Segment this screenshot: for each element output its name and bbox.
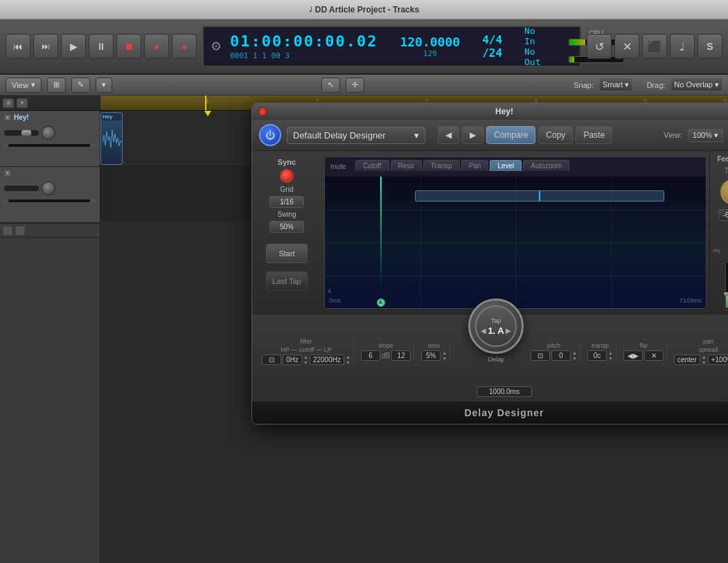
toolbar-icon3[interactable]: ▾ <box>96 78 112 93</box>
preset-selector[interactable]: Default Delay Designer ▾ <box>287 127 425 144</box>
pitch-up[interactable]: ▲ <box>572 350 577 355</box>
pitch-value[interactable]: 0 <box>551 350 571 361</box>
metronome-button[interactable]: ♩ <box>670 34 695 59</box>
tap-prev[interactable]: ◀ <box>481 327 486 334</box>
cutoff-up[interactable]: ▲ <box>346 355 350 359</box>
compare-button[interactable]: Compare <box>486 126 535 144</box>
cpu-fill <box>569 39 585 45</box>
transp-value[interactable]: 0c <box>587 350 607 361</box>
paste-button[interactable]: Paste <box>576 126 612 144</box>
tab-reso[interactable]: Reso <box>391 160 422 171</box>
track-1-header: ▾ Hey! L R <box>0 111 100 167</box>
transp-up[interactable]: ▲ <box>608 350 613 355</box>
audio-clip-1[interactable]: Hey <box>100 112 123 165</box>
flip-btn-l[interactable]: ◀▶ <box>623 350 643 361</box>
swing-value[interactable]: 50% <box>269 221 304 233</box>
track-fold-btn[interactable]: ▾ <box>4 114 11 121</box>
dry-fader-handle[interactable] <box>724 292 729 296</box>
tab-level[interactable]: Level <box>490 160 522 171</box>
view-button[interactable]: View ▾ <box>6 78 42 93</box>
solo-button[interactable]: ⬛ <box>642 34 667 59</box>
sync-led[interactable] <box>280 169 294 183</box>
hp-down[interactable]: ▼ <box>303 360 308 365</box>
power-button[interactable]: ⏻ <box>259 124 281 146</box>
lanes-area <box>0 223 100 563</box>
tab-cutoff[interactable]: Cutoff <box>355 160 389 171</box>
track-pan-knob[interactable] <box>42 126 55 140</box>
capture-button[interactable]: ● <box>172 34 197 59</box>
back-button[interactable]: ⏭ <box>33 34 58 59</box>
plugin-close-button[interactable] <box>258 107 267 116</box>
display-canvas: 0ms 7169ms 4 A <box>325 177 706 308</box>
tap-next[interactable]: ▶ <box>506 327 511 334</box>
tab-pan[interactable]: Pan <box>461 160 489 171</box>
filter-toggle[interactable]: ⊡ <box>262 355 281 365</box>
slope-num[interactable]: 12 <box>391 350 411 361</box>
view-percent-select[interactable]: 100% ▾ <box>688 129 723 142</box>
toolbar-icon1[interactable]: ⊞ <box>47 78 66 93</box>
delay-time-value[interactable]: 1000.0ms <box>477 386 532 397</box>
tap-a-label: Tap A <box>725 167 728 175</box>
overdub-button[interactable]: ✕ <box>614 34 639 59</box>
header-buttons: ◀ ▶ Compare Copy Paste <box>438 126 612 144</box>
ruler-btn2[interactable]: ▾ <box>17 98 28 108</box>
pause-button[interactable]: ⏸ <box>89 34 114 59</box>
tab-autozoom[interactable]: Autozoom <box>523 160 569 171</box>
lane-btn[interactable] <box>3 226 12 235</box>
toolbar-icon2[interactable]: ✎ <box>71 78 90 93</box>
feedback-label: Feedback <box>717 155 728 163</box>
flip-btn-x[interactable]: ✕ <box>644 350 664 361</box>
s-button[interactable]: S <box>698 34 722 59</box>
play-button[interactable]: ▶ <box>61 34 86 59</box>
track-2-fader[interactable] <box>4 186 39 191</box>
stop-button[interactable]: ⏹ <box>116 34 141 59</box>
hp-up[interactable]: ▲ <box>303 355 308 359</box>
last-tap-button[interactable]: Last Tap <box>266 271 308 291</box>
pitch-toggle[interactable]: ⊡ <box>531 350 550 361</box>
plugin-footer-title: Delay Designer <box>464 407 544 418</box>
pan-down[interactable]: ▼ <box>702 360 707 365</box>
tap-dial[interactable]: Tap ◀ 1. A ▶ Delay <box>468 298 524 363</box>
hp-value[interactable]: 0Hz <box>283 355 302 365</box>
lane-btn2[interactable] <box>15 226 25 235</box>
tab-transp[interactable]: Transp <box>423 160 460 171</box>
track-2-fold-btn[interactable]: ▾ <box>4 170 11 177</box>
record-button[interactable]: ● <box>144 34 169 59</box>
tap-line <box>380 177 382 289</box>
reso-value[interactable]: 5% <box>421 350 441 361</box>
pointer-tool[interactable]: ↖ <box>321 78 340 93</box>
cycle-button[interactable]: ↺ <box>587 34 612 59</box>
pitch-down[interactable]: ▼ <box>572 356 577 361</box>
reso-down[interactable]: ▼ <box>442 356 447 361</box>
grid-select[interactable]: 1/16 <box>269 196 304 208</box>
feedback-knob[interactable] <box>720 179 729 205</box>
start-button[interactable]: Start <box>266 244 308 263</box>
rewind-button[interactable]: ⏮ <box>6 34 30 59</box>
tap-dial-outer[interactable]: Tap ◀ 1. A ▶ <box>468 298 524 354</box>
transp-down[interactable]: ▼ <box>608 356 613 361</box>
copy-button[interactable]: Copy <box>538 126 573 144</box>
add-tool[interactable]: ✛ <box>346 78 364 93</box>
spread-value[interactable]: +100% <box>708 355 728 365</box>
dry-fader[interactable] <box>725 262 729 310</box>
ruler-btn1[interactable]: ⊞ <box>3 98 14 108</box>
cutoff-down[interactable]: ▼ <box>346 360 350 365</box>
snap-select[interactable]: Smart ▾ <box>599 78 632 91</box>
track-2-pan-knob[interactable] <box>42 181 55 195</box>
pan-up[interactable]: ▲ <box>702 355 707 359</box>
plugin-bottom-controls: filter HP — cutoff — LP ⊡ 0Hz ▲ ▼ 22000H… <box>252 314 728 401</box>
reso-section: reso 5% ▲ ▼ <box>418 342 450 361</box>
drag-select[interactable]: No Overlap ▾ <box>671 78 722 91</box>
pan-value[interactable]: center <box>674 355 700 365</box>
reso-up[interactable]: ▲ <box>442 350 447 355</box>
prev-preset-button[interactable]: ◀ <box>438 126 459 144</box>
track-fader[interactable] <box>4 130 39 136</box>
lcd-gear-icon[interactable]: ⚙ <box>211 39 222 54</box>
cutoff-value[interactable]: 22000Hz <box>310 355 344 365</box>
plugin-titlebar: Hey! <box>252 103 728 120</box>
flip-section: flip ◀▶ ✕ <box>621 342 667 361</box>
title-icon: ♩ <box>309 6 312 13</box>
slope-db[interactable]: 6 <box>361 350 380 361</box>
grid-label: Grid <box>281 186 294 193</box>
next-preset-button[interactable]: ▶ <box>462 126 483 144</box>
